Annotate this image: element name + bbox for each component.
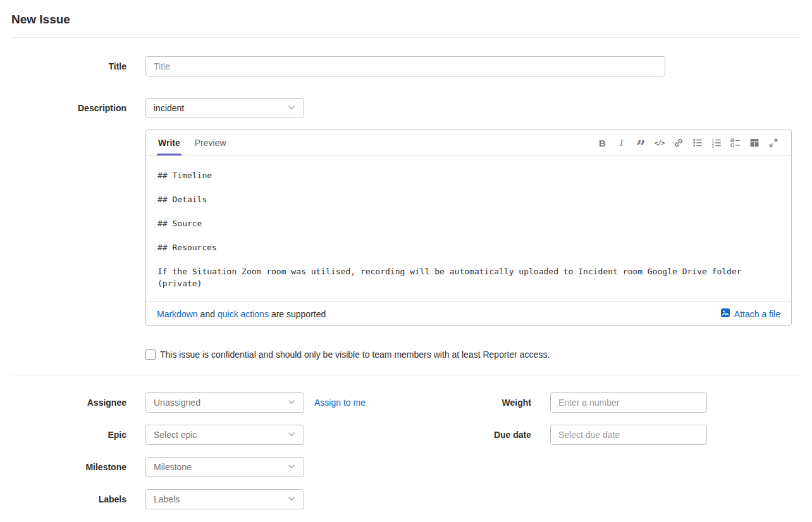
markdown-help-text: Markdown and quick actions are supported: [157, 309, 326, 319]
milestone-select[interactable]: Milestone: [145, 457, 304, 477]
metadata-section: Assignee Unassigned Assign to me Epic Se…: [11, 392, 801, 521]
confidential-label: This issue is confidential and should on…: [160, 349, 550, 360]
code-icon[interactable]: </>: [652, 135, 667, 150]
page-title: New Issue: [11, 0, 801, 37]
due-date-input[interactable]: [550, 425, 707, 445]
new-issue-page: New Issue Title Description incident Wri…: [0, 0, 812, 521]
description-row: Description incident Write Preview B I ”…: [11, 98, 801, 326]
svg-text:3: 3: [711, 144, 714, 148]
weight-row: Weight: [397, 392, 801, 413]
labels-row: Labels Labels: [11, 489, 397, 509]
task-list-icon[interactable]: [728, 135, 742, 150]
due-date-label: Due date: [397, 425, 531, 445]
milestone-row: Milestone Milestone: [11, 457, 397, 477]
editor-toolbar: B I ” </> 123: [595, 130, 780, 155]
image-icon: [720, 308, 730, 320]
numbered-list-icon[interactable]: 123: [709, 135, 723, 150]
labels-label: Labels: [11, 489, 126, 509]
epic-row: Epic Select epic: [11, 425, 397, 445]
quote-icon[interactable]: ”: [633, 135, 648, 150]
assignee-select[interactable]: Unassigned: [145, 392, 304, 413]
chevron-down-icon: [287, 398, 296, 408]
epic-label: Epic: [11, 425, 126, 445]
chevron-down-icon: [287, 430, 296, 440]
weight-label: Weight: [397, 392, 531, 413]
epic-select[interactable]: Select epic: [145, 425, 304, 445]
description-label: Description: [11, 98, 126, 118]
weight-input[interactable]: [550, 392, 707, 413]
quick-actions-link[interactable]: quick actions: [218, 309, 269, 319]
editor-tabbar: Write Preview B I ” </>: [146, 130, 791, 156]
confidential-checkbox[interactable]: [145, 349, 156, 360]
tab-write[interactable]: Write: [157, 130, 181, 155]
tab-preview[interactable]: Preview: [194, 130, 228, 155]
title-input[interactable]: [145, 56, 665, 76]
epic-select-value: Select epic: [154, 430, 197, 440]
attach-file-button[interactable]: Attach a file: [720, 308, 780, 320]
labels-select-value: Labels: [154, 494, 180, 504]
supported-text: are supported: [271, 309, 326, 319]
milestone-label: Milestone: [11, 457, 126, 477]
section-divider: [11, 375, 801, 375]
description-template-select[interactable]: incident: [145, 98, 304, 118]
and-text: and: [200, 309, 215, 319]
due-date-row: Due date: [397, 425, 801, 445]
link-icon[interactable]: [671, 135, 686, 150]
bullet-list-icon[interactable]: [690, 135, 704, 150]
header-divider: [11, 37, 801, 38]
milestone-select-value: Milestone: [154, 462, 192, 472]
template-select-value: incident: [154, 103, 184, 113]
chevron-down-icon: [287, 103, 296, 114]
assignee-row: Assignee Unassigned Assign to me: [11, 392, 397, 413]
bold-icon[interactable]: B: [595, 135, 610, 150]
chevron-down-icon: [287, 494, 296, 505]
fullscreen-icon[interactable]: [766, 135, 780, 150]
title-row: Title: [11, 56, 801, 76]
markdown-link[interactable]: Markdown: [157, 309, 198, 319]
labels-select[interactable]: Labels: [145, 489, 304, 509]
editor-footer: Markdown and quick actions are supported…: [146, 301, 791, 325]
italic-icon[interactable]: I: [614, 135, 629, 150]
description-textarea[interactable]: ## Timeline ## Details ## Source ## Reso…: [146, 156, 791, 301]
chevron-down-icon: [287, 462, 296, 473]
assignee-label: Assignee: [11, 392, 126, 413]
table-icon[interactable]: [747, 135, 761, 150]
title-label: Title: [11, 56, 126, 76]
confidential-row: This issue is confidential and should on…: [11, 349, 801, 360]
attach-file-label: Attach a file: [734, 309, 780, 319]
assignee-select-value: Unassigned: [154, 398, 200, 408]
assign-to-me-link[interactable]: Assign to me: [314, 398, 366, 408]
markdown-editor: Write Preview B I ” </>: [145, 130, 792, 326]
